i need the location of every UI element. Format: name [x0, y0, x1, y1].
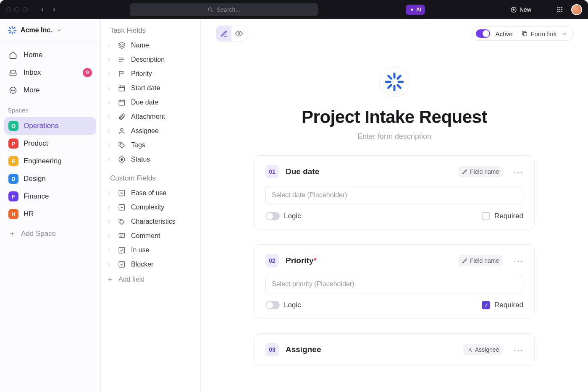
new-button[interactable]: New	[510, 6, 531, 13]
drag-handle-icon[interactable]	[107, 114, 113, 119]
user-icon-wrap	[118, 127, 126, 135]
field-title[interactable]: Assignee	[286, 345, 321, 354]
field-item-due-date[interactable]: Due date	[101, 95, 200, 110]
drag-handle-icon[interactable]	[107, 143, 113, 148]
space-item-finance[interactable]: FFinance	[4, 188, 96, 205]
field-more-button[interactable]: ···	[514, 256, 523, 266]
close-dot[interactable]	[6, 7, 11, 12]
drag-handle-icon[interactable]	[107, 128, 113, 133]
drag-handle-icon[interactable]	[107, 233, 113, 238]
field-item-description[interactable]: Description	[101, 52, 200, 67]
required-checkbox[interactable]: ✓	[482, 301, 490, 309]
field-placeholder-input[interactable]: Select date (Placeholder)	[265, 186, 523, 204]
field-item-attachment[interactable]: Attachment	[101, 110, 200, 124]
add-field-button[interactable]: Add field	[101, 272, 200, 287]
space-item-operations[interactable]: OOperations	[4, 117, 96, 135]
svg-point-122	[108, 235, 109, 236]
comment-icon	[118, 232, 126, 240]
form-field-card-01[interactable]: 01Due dateField name···Select date (Plac…	[254, 155, 535, 230]
drag-handle-icon[interactable]	[107, 86, 113, 91]
svg-point-125	[110, 237, 110, 238]
field-item-blocker[interactable]: Blocker	[101, 257, 200, 272]
field-more-button[interactable]: ···	[514, 167, 523, 177]
field-title[interactable]: Priority*	[286, 256, 317, 265]
logic-toggle[interactable]	[265, 212, 280, 220]
form-field-card-03[interactable]: 03AssigneeAssignee···	[254, 333, 535, 366]
nav-back-button[interactable]	[38, 5, 47, 14]
drag-handle-icon[interactable]	[107, 219, 113, 224]
field-item-assignee[interactable]: Assignee	[101, 124, 200, 138]
field-item-ease-of-use[interactable]: Ease of use	[101, 186, 200, 200]
field-item-priority[interactable]: Priority	[101, 67, 200, 81]
max-dot[interactable]	[23, 7, 28, 12]
form-description-input[interactable]: Enter form description	[216, 132, 573, 141]
space-item-engineering[interactable]: EEngineering	[4, 152, 96, 170]
svg-point-118	[110, 222, 110, 223]
field-item-name[interactable]: Name	[101, 38, 200, 52]
active-toggle[interactable]	[476, 29, 490, 38]
field-item-comment[interactable]: Comment	[101, 229, 200, 243]
drag-handle-icon[interactable]	[107, 205, 113, 210]
chevron-down-icon	[562, 31, 567, 37]
drag-handle-icon[interactable]	[107, 43, 113, 48]
svg-point-129	[108, 248, 109, 249]
svg-point-96	[110, 160, 110, 161]
dropdown-icon-wrap	[118, 189, 126, 197]
svg-point-116	[110, 221, 110, 222]
required-checkbox[interactable]	[482, 212, 490, 220]
drag-handle-icon[interactable]	[107, 100, 113, 105]
workspace-switcher[interactable]: Acme Inc.	[0, 19, 100, 42]
svg-rect-126	[119, 233, 125, 238]
space-avatar: F	[8, 191, 18, 201]
form-title[interactable]: Project Intake Request	[216, 107, 573, 127]
window-controls[interactable]	[6, 7, 28, 12]
drag-handle-icon[interactable]	[107, 262, 113, 267]
space-item-hr[interactable]: HHR	[4, 205, 96, 223]
drag-handle-icon[interactable]	[107, 248, 113, 253]
drag-handle-icon[interactable]	[107, 157, 113, 162]
global-search-input[interactable]: Search...	[130, 3, 318, 16]
field-title[interactable]: Due date	[286, 167, 319, 176]
space-item-product[interactable]: PProduct	[4, 135, 96, 152]
field-item-complexity[interactable]: Complexity	[101, 200, 200, 214]
titlebar: Search... AI New	[0, 0, 588, 19]
field-placeholder-input[interactable]: Select priority (Placeholder)	[265, 275, 523, 293]
field-badge[interactable]: Field name	[458, 255, 503, 266]
field-badge[interactable]: Assignee	[463, 344, 503, 355]
drag-handle-icon[interactable]	[107, 57, 113, 62]
form-link-button[interactable]: Form link	[521, 30, 569, 37]
field-item-in-use[interactable]: In use	[101, 243, 200, 257]
nav-forward-button[interactable]	[50, 5, 59, 14]
preview-mode-button[interactable]	[231, 26, 247, 41]
min-dot[interactable]	[14, 7, 19, 12]
nav-inbox[interactable]: Inbox 9	[4, 64, 96, 81]
nav-home[interactable]: Home	[4, 46, 96, 64]
space-item-design[interactable]: DDesign	[4, 170, 96, 188]
apps-menu-button[interactable]	[554, 4, 565, 15]
field-label: In use	[131, 246, 150, 254]
grip-icon	[107, 86, 112, 91]
field-badge[interactable]: Field name	[458, 166, 503, 177]
form-link-label: Form link	[530, 30, 556, 37]
workspace-logo-icon	[8, 26, 17, 35]
svg-point-95	[108, 160, 109, 161]
add-space-button[interactable]: Add Space	[4, 225, 96, 243]
field-item-characteristics[interactable]: Characteristics	[101, 214, 200, 229]
field-item-status[interactable]: Status	[101, 152, 200, 167]
edit-mode-button[interactable]	[216, 26, 231, 41]
field-more-button[interactable]: ···	[514, 345, 523, 355]
drag-handle-icon[interactable]	[107, 191, 113, 196]
user-avatar[interactable]	[571, 4, 582, 15]
logic-toggle[interactable]	[265, 301, 280, 309]
form-logo[interactable]	[379, 67, 410, 97]
ai-button[interactable]: AI	[406, 5, 425, 15]
form-field-card-02[interactable]: 02Priority*Field name···Select priority …	[254, 244, 535, 319]
drag-handle-icon[interactable]	[107, 71, 113, 76]
nav-more[interactable]: More	[4, 81, 96, 99]
required-label: Required	[494, 301, 523, 309]
space-label: Engineering	[24, 157, 62, 165]
svg-point-73	[108, 116, 109, 117]
field-item-tags[interactable]: Tags	[101, 138, 200, 152]
sparkle-icon	[410, 7, 415, 12]
field-item-start-date[interactable]: Start date	[101, 81, 200, 95]
